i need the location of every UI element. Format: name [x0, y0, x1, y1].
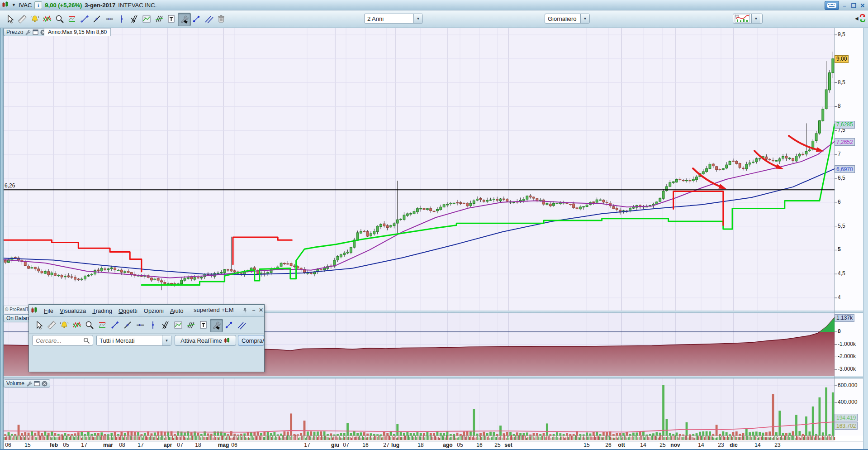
- delete-icon[interactable]: [215, 13, 228, 25]
- workspace-tab-title[interactable]: supertend +EM: [194, 306, 239, 313]
- segment-icon[interactable]: [78, 13, 90, 25]
- cycles-icon[interactable]: [153, 13, 165, 25]
- time-axis-label: set: [504, 442, 512, 448]
- timeframe-select[interactable]: 2 Anni ▼: [364, 14, 423, 24]
- text-icon[interactable]: [197, 319, 209, 331]
- price-tick-label: 4: [838, 294, 841, 301]
- zoom-icon[interactable]: [53, 13, 66, 25]
- search-icon[interactable]: [83, 337, 90, 346]
- parallel-lines-icon[interactable]: [235, 319, 247, 331]
- horizontal-line-icon[interactable]: [103, 13, 115, 25]
- point-connect-icon[interactable]: [223, 319, 235, 331]
- volume-panel-tab[interactable]: Volume: [4, 379, 50, 388]
- floating-search-window[interactable]: FileVisualizzaTradingOggettiOpzioniAiuto…: [28, 304, 265, 372]
- panel-window-icon[interactable]: [33, 29, 38, 35]
- pattern-icon[interactable]: [71, 319, 83, 331]
- buy-sell-button[interactable]: Compra/: [238, 335, 264, 346]
- time-axis-label: mar: [103, 442, 113, 448]
- left-collapse-strip[interactable]: [0, 28, 4, 450]
- time-axis-label: dic: [730, 442, 737, 448]
- panel-close-icon[interactable]: [42, 381, 47, 387]
- price-value-box: 9,00: [835, 55, 849, 63]
- time-axis-label: giu: [331, 442, 339, 448]
- menu-visualizza[interactable]: Visualizza: [57, 306, 89, 315]
- design-tools-icon[interactable]: [210, 319, 223, 332]
- time-axis-label: 05: [63, 442, 69, 448]
- time-axis-label: 25: [659, 442, 665, 448]
- pin-icon[interactable]: [242, 306, 249, 314]
- vertical-line-icon[interactable]: [147, 319, 159, 331]
- trendline-icon[interactable]: [121, 319, 133, 331]
- pitchfork-icon[interactable]: [128, 13, 140, 25]
- price-value-box: 7,6285: [835, 121, 855, 129]
- chevron-down-icon[interactable]: ▼: [580, 14, 589, 23]
- trendline-icon[interactable]: [91, 13, 103, 25]
- collapse-panel-handle[interactable]: ◀: [855, 12, 867, 24]
- price-value-box: 6,6970: [835, 165, 855, 173]
- volume-chart-canvas[interactable]: [4, 378, 835, 436]
- parallel-lines-icon[interactable]: [203, 13, 215, 25]
- price-chart-canvas[interactable]: [4, 28, 835, 311]
- alarm-icon[interactable]: [28, 13, 41, 25]
- right-window-edge: [863, 28, 868, 449]
- text-icon[interactable]: [166, 13, 178, 25]
- time-axis-label: 25: [494, 442, 500, 448]
- indicator-icon[interactable]: [141, 13, 153, 25]
- minimize-icon[interactable]: –: [250, 306, 257, 314]
- alarm-icon[interactable]: [58, 319, 70, 331]
- segment-icon[interactable]: [109, 319, 121, 331]
- close-icon[interactable]: ✕: [257, 306, 265, 314]
- retracement-icon[interactable]: [96, 319, 108, 331]
- prorealtime-window: ▼ IVAC i 9,00 (+5,26%) 3-gen-2017 INTEVA…: [0, 0, 868, 450]
- menu-opzioni[interactable]: Opzioni: [141, 306, 167, 315]
- vertical-line-icon[interactable]: [116, 13, 128, 25]
- point-connect-icon[interactable]: [190, 13, 203, 25]
- market-value: Tutti i Mercati: [97, 337, 162, 344]
- menu-file[interactable]: File: [41, 306, 57, 315]
- pattern-icon[interactable]: [41, 13, 53, 25]
- timeline-minimap[interactable]: [4, 436, 835, 441]
- menu-oggetti[interactable]: Oggetti: [115, 306, 141, 315]
- symbol-dropdown-caret[interactable]: ▼: [12, 3, 16, 7]
- info-button[interactable]: i: [34, 1, 42, 9]
- price-tick-label: 5,5: [838, 223, 845, 229]
- activate-realtime-button[interactable]: Attiva RealTime: [175, 335, 236, 346]
- resolution-select[interactable]: Giornaliero ▼: [545, 14, 590, 24]
- ruler-icon[interactable]: [45, 319, 57, 331]
- chevron-down-icon[interactable]: ▼: [751, 14, 760, 23]
- horizontal-line-icon[interactable]: [134, 319, 146, 331]
- time-axis-label: 06: [5, 442, 11, 448]
- market-select[interactable]: Tutti i Mercati ▼: [96, 335, 171, 346]
- time-axis-label: feb: [50, 442, 58, 448]
- panel-settings-wrench-icon[interactable]: [25, 29, 31, 35]
- add-indicator-button[interactable]: ▼: [733, 14, 763, 24]
- realtime-arrows-icon: [859, 12, 867, 24]
- time-axis-label: 23: [718, 442, 724, 448]
- design-tools-icon[interactable]: [178, 13, 191, 26]
- chevron-down-icon[interactable]: ▼: [162, 335, 171, 345]
- minimize-button[interactable]: –: [841, 2, 848, 9]
- retracement-icon[interactable]: [66, 13, 78, 25]
- pitchfork-icon[interactable]: [159, 319, 171, 331]
- chevron-down-icon[interactable]: ▼: [413, 14, 422, 23]
- cycles-icon[interactable]: [185, 319, 197, 331]
- menu-aiuto[interactable]: Aiuto: [167, 306, 187, 315]
- keyboard-icon[interactable]: [825, 1, 839, 10]
- ruler-icon[interactable]: [16, 13, 28, 25]
- restore-button[interactable]: ❐: [850, 2, 857, 9]
- close-button[interactable]: ✕: [859, 2, 866, 9]
- pointer-icon[interactable]: [4, 13, 16, 25]
- zoom-icon[interactable]: [83, 319, 95, 331]
- pointer-icon[interactable]: [33, 319, 45, 331]
- indicator-icon[interactable]: [172, 319, 184, 331]
- time-axis-label: ago: [443, 442, 452, 448]
- panel-settings-wrench-icon[interactable]: [26, 381, 32, 387]
- menu-trading[interactable]: Trading: [89, 306, 115, 315]
- price-panel-tab[interactable]: Prezzo: [4, 28, 49, 36]
- price-tick-label: 6: [838, 199, 841, 205]
- price-panel-title: Prezzo: [6, 29, 23, 35]
- panel-window-icon[interactable]: [34, 381, 40, 386]
- obv-tick-label: -1.000k: [838, 341, 856, 347]
- main-toolbar: 2 Anni ▼ Giornaliero ▼ ▼ ◀: [0, 10, 868, 28]
- last-price: 9,00 (+5,26%): [45, 2, 82, 9]
